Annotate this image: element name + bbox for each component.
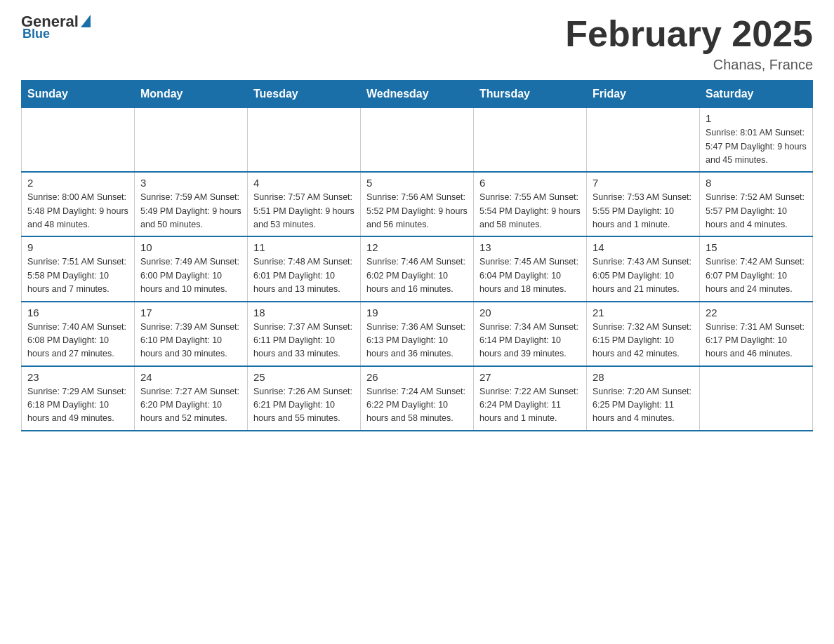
day-info: Sunrise: 7:40 AM Sunset: 6:08 PM Dayligh…	[27, 321, 128, 361]
calendar-header-saturday: Saturday	[700, 81, 813, 108]
calendar-cell: 11Sunrise: 7:48 AM Sunset: 6:01 PM Dayli…	[248, 236, 361, 301]
calendar-cell	[22, 108, 135, 173]
day-number: 21	[593, 307, 694, 318]
month-title: February 2025	[565, 14, 813, 54]
day-info: Sunrise: 7:32 AM Sunset: 6:15 PM Dayligh…	[593, 321, 694, 361]
calendar-header-wednesday: Wednesday	[361, 81, 474, 108]
day-number: 4	[253, 177, 355, 189]
calendar-cell: 7Sunrise: 7:53 AM Sunset: 5:55 PM Daylig…	[587, 172, 700, 236]
calendar-cell: 25Sunrise: 7:26 AM Sunset: 6:21 PM Dayli…	[248, 366, 361, 431]
day-info: Sunrise: 7:27 AM Sunset: 6:20 PM Dayligh…	[140, 385, 241, 426]
day-number: 23	[27, 371, 128, 383]
calendar-header-sunday: Sunday	[22, 81, 135, 108]
calendar-cell: 26Sunrise: 7:24 AM Sunset: 6:22 PM Dayli…	[361, 366, 474, 431]
calendar-header-thursday: Thursday	[474, 81, 587, 108]
day-number: 27	[479, 371, 581, 383]
day-number: 13	[479, 241, 581, 253]
logo: General Blue	[21, 14, 91, 41]
day-number: 24	[140, 371, 241, 383]
day-number: 6	[479, 177, 581, 189]
calendar-header-tuesday: Tuesday	[248, 81, 361, 108]
calendar-week-row: 9Sunrise: 7:51 AM Sunset: 5:58 PM Daylig…	[22, 236, 813, 301]
calendar-cell: 24Sunrise: 7:27 AM Sunset: 6:20 PM Dayli…	[135, 366, 248, 431]
calendar-cell: 10Sunrise: 7:49 AM Sunset: 6:00 PM Dayli…	[135, 236, 248, 301]
title-block: February 2025 Chanas, France	[565, 14, 813, 73]
day-number: 12	[366, 241, 468, 253]
day-number: 19	[366, 307, 468, 318]
day-number: 3	[140, 177, 241, 189]
day-info: Sunrise: 7:48 AM Sunset: 6:01 PM Dayligh…	[253, 255, 355, 296]
calendar-cell: 5Sunrise: 7:56 AM Sunset: 5:52 PM Daylig…	[361, 172, 474, 236]
calendar-cell: 22Sunrise: 7:31 AM Sunset: 6:17 PM Dayli…	[700, 302, 813, 366]
day-number: 8	[706, 177, 807, 189]
day-number: 16	[27, 307, 128, 318]
calendar-cell: 17Sunrise: 7:39 AM Sunset: 6:10 PM Dayli…	[135, 302, 248, 366]
day-info: Sunrise: 7:26 AM Sunset: 6:21 PM Dayligh…	[253, 385, 355, 426]
day-info: Sunrise: 7:22 AM Sunset: 6:24 PM Dayligh…	[479, 385, 581, 426]
calendar-cell: 20Sunrise: 7:34 AM Sunset: 6:14 PM Dayli…	[474, 302, 587, 366]
day-info: Sunrise: 7:42 AM Sunset: 6:07 PM Dayligh…	[706, 255, 807, 296]
day-number: 10	[140, 241, 241, 253]
day-number: 2	[27, 177, 128, 189]
calendar-cell: 23Sunrise: 7:29 AM Sunset: 6:18 PM Dayli…	[22, 366, 135, 431]
calendar-cell: 12Sunrise: 7:46 AM Sunset: 6:02 PM Dayli…	[361, 236, 474, 301]
calendar-header-row: SundayMondayTuesdayWednesdayThursdayFrid…	[22, 81, 813, 108]
day-info: Sunrise: 7:20 AM Sunset: 6:25 PM Dayligh…	[593, 385, 694, 426]
day-info: Sunrise: 7:46 AM Sunset: 6:02 PM Dayligh…	[366, 255, 468, 296]
day-info: Sunrise: 7:51 AM Sunset: 5:58 PM Dayligh…	[27, 255, 128, 296]
day-info: Sunrise: 7:39 AM Sunset: 6:10 PM Dayligh…	[140, 321, 241, 361]
calendar-header-friday: Friday	[587, 81, 700, 108]
calendar-header-monday: Monday	[135, 81, 248, 108]
calendar-cell: 18Sunrise: 7:37 AM Sunset: 6:11 PM Dayli…	[248, 302, 361, 366]
logo-blue-text: Blue	[22, 27, 50, 41]
day-info: Sunrise: 7:24 AM Sunset: 6:22 PM Dayligh…	[366, 385, 468, 426]
day-number: 18	[253, 307, 355, 318]
calendar-cell: 3Sunrise: 7:59 AM Sunset: 5:49 PM Daylig…	[135, 172, 248, 236]
calendar-cell: 13Sunrise: 7:45 AM Sunset: 6:04 PM Dayli…	[474, 236, 587, 301]
day-number: 28	[593, 371, 694, 383]
calendar-cell: 27Sunrise: 7:22 AM Sunset: 6:24 PM Dayli…	[474, 366, 587, 431]
calendar-cell: 2Sunrise: 8:00 AM Sunset: 5:48 PM Daylig…	[22, 172, 135, 236]
day-number: 14	[593, 241, 694, 253]
day-number: 17	[140, 307, 241, 318]
calendar-cell: 15Sunrise: 7:42 AM Sunset: 6:07 PM Dayli…	[700, 236, 813, 301]
calendar-cell: 1Sunrise: 8:01 AM Sunset: 5:47 PM Daylig…	[700, 108, 813, 173]
day-number: 26	[366, 371, 468, 383]
day-info: Sunrise: 7:29 AM Sunset: 6:18 PM Dayligh…	[27, 385, 128, 426]
day-info: Sunrise: 7:55 AM Sunset: 5:54 PM Dayligh…	[479, 191, 581, 232]
calendar-week-row: 16Sunrise: 7:40 AM Sunset: 6:08 PM Dayli…	[22, 302, 813, 366]
calendar-cell	[474, 108, 587, 173]
calendar-cell: 9Sunrise: 7:51 AM Sunset: 5:58 PM Daylig…	[22, 236, 135, 301]
calendar-cell: 19Sunrise: 7:36 AM Sunset: 6:13 PM Dayli…	[361, 302, 474, 366]
day-number: 11	[253, 241, 355, 253]
day-info: Sunrise: 7:34 AM Sunset: 6:14 PM Dayligh…	[479, 321, 581, 361]
day-info: Sunrise: 7:49 AM Sunset: 6:00 PM Dayligh…	[140, 255, 241, 296]
calendar-cell: 16Sunrise: 7:40 AM Sunset: 6:08 PM Dayli…	[22, 302, 135, 366]
day-number: 5	[366, 177, 468, 189]
calendar-cell	[700, 366, 813, 431]
calendar-cell	[587, 108, 700, 173]
calendar-cell: 8Sunrise: 7:52 AM Sunset: 5:57 PM Daylig…	[700, 172, 813, 236]
day-info: Sunrise: 7:45 AM Sunset: 6:04 PM Dayligh…	[479, 255, 581, 296]
day-info: Sunrise: 7:36 AM Sunset: 6:13 PM Dayligh…	[366, 321, 468, 361]
calendar-cell: 6Sunrise: 7:55 AM Sunset: 5:54 PM Daylig…	[474, 172, 587, 236]
day-number: 15	[706, 241, 807, 253]
day-info: Sunrise: 7:59 AM Sunset: 5:49 PM Dayligh…	[140, 191, 241, 232]
calendar-week-row: 1Sunrise: 8:01 AM Sunset: 5:47 PM Daylig…	[22, 108, 813, 173]
day-number: 20	[479, 307, 581, 318]
page-header: General Blue February 2025 Chanas, Franc…	[21, 14, 813, 73]
calendar-table: SundayMondayTuesdayWednesdayThursdayFrid…	[21, 80, 813, 431]
calendar-cell: 4Sunrise: 7:57 AM Sunset: 5:51 PM Daylig…	[248, 172, 361, 236]
calendar-cell: 28Sunrise: 7:20 AM Sunset: 6:25 PM Dayli…	[587, 366, 700, 431]
logo-triangle-icon	[81, 15, 91, 27]
day-info: Sunrise: 7:52 AM Sunset: 5:57 PM Dayligh…	[706, 191, 807, 232]
day-info: Sunrise: 7:53 AM Sunset: 5:55 PM Dayligh…	[593, 191, 694, 232]
calendar-cell	[361, 108, 474, 173]
day-number: 9	[27, 241, 128, 253]
day-number: 25	[253, 371, 355, 383]
day-info: Sunrise: 7:37 AM Sunset: 6:11 PM Dayligh…	[253, 321, 355, 361]
calendar-cell: 14Sunrise: 7:43 AM Sunset: 6:05 PM Dayli…	[587, 236, 700, 301]
location-label: Chanas, France	[565, 57, 813, 73]
calendar-week-row: 2Sunrise: 8:00 AM Sunset: 5:48 PM Daylig…	[22, 172, 813, 236]
day-number: 7	[593, 177, 694, 189]
